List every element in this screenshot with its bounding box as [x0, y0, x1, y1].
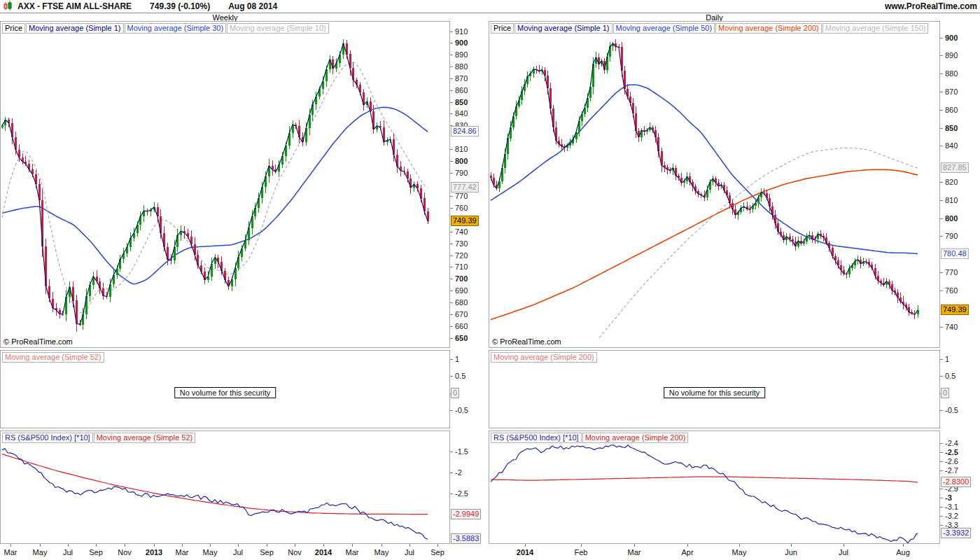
volume-legend-item[interactable]: Moving average (Simple 200) [491, 352, 597, 363]
y-tick-label: 790 [945, 232, 958, 240]
x-tick-mark [903, 544, 904, 547]
y-tick-label: 0.5 [945, 372, 955, 380]
y-tick-label: 880 [455, 63, 468, 71]
y-tick-mark [450, 279, 453, 279]
x-tick-label: Sep [89, 548, 103, 556]
x-tick-mark [382, 544, 382, 547]
legend-item[interactable]: Price [491, 23, 514, 34]
y-tick-mark [940, 74, 943, 74]
y-tick-mark [940, 218, 943, 219]
y-tick-mark [450, 149, 453, 150]
y-tick-label: 790 [455, 169, 468, 177]
x-tick-label: 2014 [315, 548, 332, 556]
y-tick-label: -2.5 [455, 490, 468, 498]
x-tick-label: Jul [233, 548, 243, 556]
x-tick-label: Mar [346, 548, 359, 556]
y-tick-label: 800 [455, 158, 468, 165]
no-volume-message: No volume for this security [664, 387, 766, 398]
volume-panel-weekly[interactable]: Moving average (Simple 52) No volume for… [0, 350, 450, 428]
legend-item[interactable]: Moving average (Simple 1) [514, 23, 612, 34]
y-tick-mark [940, 470, 943, 471]
volume-legend-item[interactable]: Moving average (Simple 52) [2, 352, 104, 363]
y-tick-label: 770 [455, 192, 468, 200]
y-tick-label: 810 [455, 146, 468, 153]
legend-item[interactable]: Price [2, 23, 25, 34]
y-tick-mark [940, 489, 943, 489]
legend-item[interactable]: Moving average (Simple 30) [125, 23, 227, 34]
y-tick-label: 680 [455, 299, 468, 307]
y-tick-mark [450, 314, 453, 315]
y-tick-label: 740 [945, 323, 958, 331]
y-tick-mark [450, 43, 453, 43]
volume-value-label: 0 [451, 388, 459, 398]
rs-legend-item[interactable]: RS (S&P500 Index) [*10] [491, 433, 582, 443]
rs-panel-weekly[interactable]: RS (S&P500 Index) [*10]Moving average (S… [0, 430, 450, 544]
y-tick-mark [940, 410, 943, 411]
y-tick-mark [450, 102, 453, 103]
price-panel-daily[interactable]: PriceMoving average (Simple 1)Moving ave… [489, 21, 940, 348]
y-tick-label: 690 [455, 287, 468, 295]
y-tick-label: 710 [455, 263, 468, 271]
y-tick-mark [450, 55, 453, 55]
price-legend-daily: PriceMoving average (Simple 1)Moving ave… [491, 23, 929, 34]
x-tick-label: Jun [785, 548, 797, 556]
x-tick-mark [739, 544, 740, 547]
x-tick-label: Aug [896, 548, 910, 556]
x-tick-mark [182, 544, 183, 547]
volume-panel-daily[interactable]: Moving average (Simple 200) No volume fo… [489, 350, 940, 428]
y-axis-weekly: 9109008908808708608508408308108007907707… [450, 0, 489, 560]
price-panel-weekly[interactable]: PriceMoving average (Simple 1)Moving ave… [0, 21, 450, 348]
volume-legend-daily: Moving average (Simple 200) [491, 352, 598, 363]
y-tick-mark [450, 359, 453, 360]
watermark: © ProRealTime.com [4, 337, 73, 346]
x-tick-mark [210, 544, 211, 547]
legend-item[interactable]: Moving average (Simple 150) [822, 23, 929, 34]
x-tick-label: Nov [118, 548, 132, 556]
y-tick-mark [940, 146, 943, 146]
legend-item[interactable]: Moving average (Simple 50) [613, 23, 715, 34]
y-tick-label: -0.5 [455, 407, 468, 414]
rs-legend-item[interactable]: RS (S&P500 Index) [*10] [2, 433, 93, 443]
price-value-label: 749.39 [941, 304, 969, 315]
timeframe-title-daily: Daily [489, 13, 940, 21]
y-tick-label: -3.2 [945, 512, 958, 520]
x-tick-label: Mar [176, 548, 189, 556]
volume-value-label: 0 [941, 388, 949, 398]
y-tick-mark [940, 272, 943, 273]
x-tick-label: Mar [4, 548, 18, 556]
y-tick-label: 740 [455, 228, 468, 236]
x-tick-mark [267, 544, 267, 547]
y-tick-label: -2.5 [945, 449, 958, 456]
rs-legend-item[interactable]: Moving average (Simple 200) [582, 433, 689, 443]
y-tick-label: 870 [945, 88, 958, 96]
rs-value-label: -2.9949 [451, 509, 481, 519]
price-value-label: 749.39 [451, 216, 479, 226]
rs-panel-daily[interactable]: RS (S&P500 Index) [*10]Moving average (S… [489, 430, 940, 544]
x-tick-label: May [732, 548, 747, 556]
x-tick-mark [323, 544, 324, 547]
y-tick-label: 890 [945, 52, 958, 59]
y-tick-mark [940, 182, 943, 183]
x-tick-label: May [374, 548, 389, 556]
y-tick-label: 720 [455, 252, 468, 260]
x-tick-mark [634, 544, 635, 547]
y-tick-label: 650 [455, 335, 468, 342]
y-tick-label: 730 [455, 240, 468, 248]
x-tick-mark [410, 544, 410, 547]
y-tick-label: 670 [455, 311, 468, 318]
rs-legend-item[interactable]: Moving average (Simple 52) [94, 433, 196, 443]
x-tick-mark [525, 544, 526, 547]
x-tick-mark [352, 544, 353, 547]
legend-item[interactable]: Moving average (Simple 10) [227, 23, 329, 34]
legend-item[interactable]: Moving average (Simple 1) [26, 23, 123, 34]
rs-legend-weekly: RS (S&P500 Index) [*10]Moving average (S… [2, 433, 196, 443]
y-tick-mark [940, 359, 943, 360]
legend-item[interactable]: Moving average (Simple 200) [715, 23, 822, 34]
y-tick-label: 840 [455, 110, 468, 118]
y-tick-mark [450, 376, 453, 377]
y-tick-mark [450, 493, 453, 494]
y-tick-mark [940, 38, 943, 38]
y-tick-label: 0.5 [455, 372, 465, 380]
x-tick-mark [581, 544, 582, 547]
y-tick-mark [450, 208, 453, 209]
